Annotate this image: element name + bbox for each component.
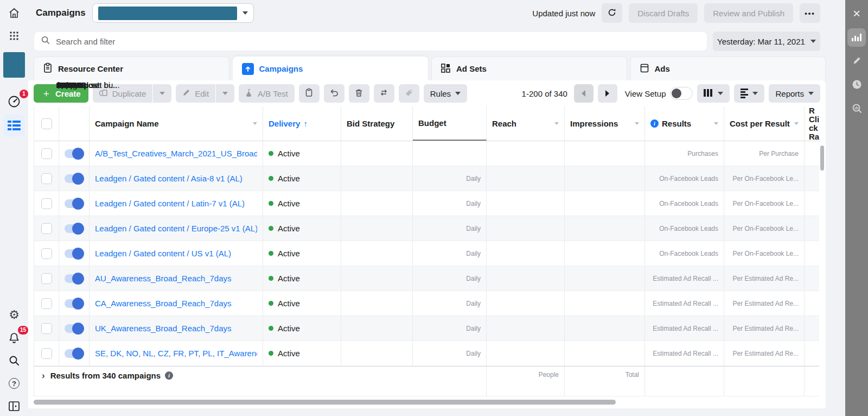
top-bar: Campaigns Updated just now Discard Draft… — [28, 0, 826, 26]
campaigns-panel: ＋ Create Duplicate — [28, 80, 826, 408]
home-button[interactable] — [3, 3, 25, 23]
tab-label: Ad Sets — [456, 64, 487, 73]
row-checkbox[interactable] — [41, 298, 52, 309]
row-checkbox[interactable] — [41, 198, 52, 209]
history-button[interactable] — [847, 76, 866, 94]
ad-sets-grid-icon — [441, 63, 451, 75]
refresh-button[interactable] — [602, 3, 622, 23]
row-select-cell — [34, 341, 59, 365]
tab-campaigns[interactable]: Campaigns — [233, 56, 429, 80]
level-tabs: Resource Center Campaigns Ad Sets Ads — [28, 56, 826, 80]
row-select-cell — [34, 316, 59, 341]
date-range-selector[interactable]: Yesterday: Mar 11, 2021 — [713, 31, 820, 51]
tab-label: Resource Center — [58, 64, 123, 73]
page-title: Campaigns — [36, 8, 86, 18]
account-overview-button[interactable]: 1 — [3, 92, 25, 111]
tab-resource-center[interactable]: Resource Center — [34, 56, 229, 80]
close-icon: × — [853, 7, 860, 20]
ads-page-icon — [640, 63, 649, 75]
gauge-icon — [7, 94, 21, 109]
row-checkbox[interactable] — [41, 223, 52, 234]
row-checkbox[interactable] — [41, 173, 52, 184]
bar-chart-icon — [852, 34, 861, 41]
plus-icon: ＋ — [41, 89, 51, 98]
close-sidebar-button[interactable]: × — [853, 4, 860, 23]
discard-drafts-button[interactable]: Discard Drafts — [629, 3, 698, 23]
account-selector[interactable] — [92, 3, 254, 23]
overview-badge: 1 — [20, 90, 28, 98]
settings-button[interactable]: ⚙ — [3, 305, 25, 325]
chevron-right-icon[interactable]: › — [42, 370, 45, 381]
footer-cost-total: – — [724, 367, 805, 396]
row-checkbox[interactable] — [41, 273, 52, 284]
help-button[interactable]: ? — [3, 374, 25, 393]
campaigns-table-icon — [7, 119, 21, 131]
search-nav-button[interactable] — [3, 351, 25, 370]
refresh-icon — [607, 8, 617, 19]
vertical-scrollbar-thumb[interactable] — [820, 146, 824, 171]
search-filter-box[interactable] — [34, 31, 707, 51]
main-area: Campaigns Updated just now Discard Draft… — [28, 0, 826, 416]
tab-label: Ads — [655, 64, 670, 73]
account-name-redacted — [98, 7, 237, 20]
search-icon — [8, 354, 21, 367]
apps-grid-icon — [9, 30, 20, 41]
more-options-button[interactable]: ••• — [800, 3, 820, 23]
home-icon — [8, 7, 21, 20]
campaigns-table: Campaign Name Delivery ↑ Bid Strategy Bu… — [34, 106, 819, 396]
row-select-cell — [34, 266, 59, 291]
campaigns-folder-icon — [242, 63, 254, 75]
search-row: Yesterday: Mar 11, 2021 — [28, 26, 826, 56]
row-select-cell — [34, 191, 59, 216]
row-checkbox[interactable] — [41, 248, 52, 259]
search-icon — [41, 35, 50, 47]
collapse-nav-button[interactable] — [3, 396, 25, 416]
horizontal-scrollbar-thumb[interactable] — [34, 400, 616, 405]
gear-icon: ⚙ — [9, 309, 20, 321]
ellipsis-icon: ••• — [805, 9, 815, 17]
row-select-cell — [34, 141, 59, 166]
notifications-badge: 15 — [18, 326, 28, 335]
tab-ad-sets[interactable]: Ad Sets — [431, 56, 627, 80]
row-select-cell — [34, 166, 59, 191]
chart-magnifier-icon — [852, 103, 862, 116]
horizontal-scrollbar — [34, 400, 819, 405]
inspect-button[interactable] — [847, 100, 866, 118]
ads-manager-screen: 1 ⚙ 15 ? — [0, 0, 868, 416]
pencil-icon — [852, 56, 861, 67]
search-input[interactable] — [56, 37, 700, 46]
campaigns-table-button[interactable] — [3, 115, 25, 136]
clipboard-icon — [43, 62, 53, 75]
row-select-cell — [34, 291, 59, 316]
row-checkbox[interactable] — [41, 348, 52, 359]
row-select-cell — [34, 216, 59, 241]
review-publish-button[interactable]: Review and Publish — [704, 3, 793, 23]
account-avatar[interactable] — [3, 52, 25, 78]
total-value: – — [56, 80, 854, 416]
notifications-button[interactable]: 15 — [3, 328, 25, 348]
row-checkbox[interactable] — [41, 323, 52, 334]
help-icon: ? — [9, 378, 20, 389]
row-checkbox[interactable] — [41, 148, 52, 159]
apps-menu-button[interactable] — [3, 26, 25, 46]
date-range-label: Yesterday: Mar 11, 2021 — [717, 37, 805, 46]
performance-overview-button[interactable] — [847, 28, 866, 47]
tab-label: Campaigns — [259, 64, 303, 73]
right-sidebar: × — [845, 0, 868, 416]
row-select-cell — [34, 241, 59, 266]
left-nav-rail: 1 ⚙ 15 ? — [0, 0, 28, 416]
select-all-cell — [34, 106, 59, 141]
clock-icon — [852, 79, 862, 92]
edit-panel-button[interactable] — [847, 52, 866, 71]
chevron-down-icon — [242, 11, 248, 15]
chevron-down-icon — [810, 40, 816, 43]
select-all-checkbox[interactable] — [41, 118, 52, 129]
collapse-nav-icon — [8, 400, 21, 412]
tab-ads[interactable]: Ads — [630, 56, 826, 80]
table-footer: › Results from 340 campaigns i 599,576 P… — [34, 366, 819, 396]
updated-status: Updated just now — [532, 9, 595, 18]
